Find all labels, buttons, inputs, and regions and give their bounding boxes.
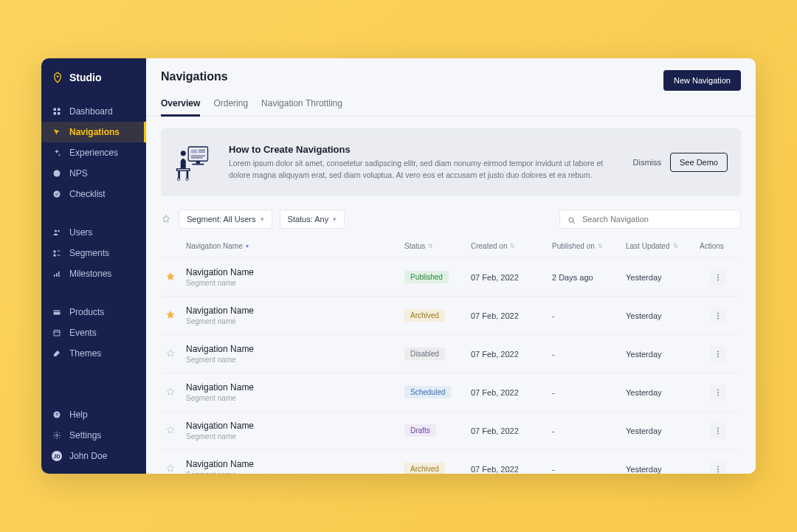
sidebar-item-label: John Doe	[69, 451, 107, 461]
segment-name: Segment name	[186, 471, 404, 474]
sidebar-item-segments[interactable]: Segments	[41, 243, 146, 263]
svg-rect-25	[191, 150, 198, 153]
navigation-name-cell[interactable]: Navigation NameSegment name	[186, 267, 404, 287]
table-row: Navigation NameSegment nameArchived07 Fe…	[161, 450, 741, 474]
see-demo-button[interactable]: See Demo	[670, 153, 728, 172]
svg-rect-31	[193, 164, 204, 165]
sidebar-item-label: NPS	[69, 168, 88, 179]
svg-point-32	[181, 151, 186, 156]
table-header-row: Navigation Name ▾ Status ⇅ Created on ⇅ …	[161, 235, 741, 258]
created-cell: 07 Feb, 2022	[471, 311, 552, 320]
kebab-icon	[714, 350, 722, 359]
actions-cell	[700, 269, 736, 286]
search-icon	[567, 215, 576, 224]
column-header-name[interactable]: Navigation Name ▾	[186, 242, 404, 250]
sidebar-item-label: Checklist	[69, 189, 106, 199]
row-actions-button[interactable]	[710, 384, 726, 401]
status-cell: Scheduled	[404, 386, 471, 398]
row-actions-button[interactable]	[710, 346, 726, 362]
sidebar-item-john-doe[interactable]: JDJohn Doe	[41, 446, 146, 466]
sort-icon: ⇅	[428, 243, 433, 249]
updated-cell: Yesterday	[626, 388, 700, 397]
segment-filter[interactable]: Segment: All Users ▾	[179, 210, 272, 229]
chevron-down-icon: ▾	[333, 215, 337, 223]
sidebar-item-label: Segments	[69, 248, 109, 258]
sidebar-item-nps[interactable]: NPS	[41, 163, 146, 184]
sidebar-item-products[interactable]: Products	[41, 302, 146, 322]
dismiss-link[interactable]: Dismiss	[633, 158, 662, 167]
toolbar: Segment: All Users ▾ Status: Any ▾	[146, 204, 756, 235]
star-icon	[165, 310, 176, 320]
status-badge: Archived	[404, 463, 445, 474]
sidebar-item-help[interactable]: ?Help	[41, 404, 146, 425]
sidebar-item-themes[interactable]: Themes	[41, 343, 146, 364]
status-filter[interactable]: Status: Any ▾	[280, 210, 345, 229]
kebab-icon	[714, 273, 722, 282]
row-actions-button[interactable]	[710, 423, 726, 439]
row-actions-button[interactable]	[710, 461, 726, 474]
navigation-name-cell[interactable]: Navigation NameSegment name	[186, 421, 404, 441]
published-cell: 2 Days ago	[552, 273, 626, 282]
svg-point-55	[717, 466, 719, 467]
navigation-name-cell[interactable]: Navigation NameSegment name	[186, 305, 404, 325]
sidebar-item-dashboard[interactable]: Dashboard	[41, 101, 146, 122]
svg-rect-35	[187, 170, 189, 179]
search-input[interactable]	[582, 215, 733, 224]
navigation-name: Navigation Name	[186, 344, 404, 354]
star-toggle[interactable]	[165, 272, 186, 283]
banner-illustration-icon	[174, 142, 215, 183]
svg-point-23	[56, 435, 58, 437]
help-icon: ?	[52, 410, 62, 420]
sidebar-group-config: ProductsEventsThemes	[41, 297, 146, 368]
sidebar-item-settings[interactable]: Settings	[41, 425, 146, 446]
sidebar-item-experiences[interactable]: Experiences	[41, 142, 146, 163]
row-actions-button[interactable]	[710, 308, 726, 324]
column-header-status[interactable]: Status ⇅	[404, 242, 471, 250]
favorites-filter-icon[interactable]	[161, 214, 171, 224]
navigation-name-cell[interactable]: Navigation NameSegment name	[186, 459, 404, 474]
sidebar-item-checklist[interactable]: Checklist	[41, 184, 146, 204]
svg-point-46	[717, 350, 719, 352]
star-toggle[interactable]	[165, 463, 186, 474]
column-header-updated[interactable]: Last Updated ⇅	[626, 242, 700, 250]
created-cell: 07 Feb, 2022	[471, 350, 552, 359]
svg-rect-16	[58, 272, 60, 277]
updated-cell: Yesterday	[626, 311, 700, 320]
svg-point-47	[717, 353, 719, 355]
brand: Studio	[41, 58, 146, 97]
navigation-name-cell[interactable]: Navigation NameSegment name	[186, 382, 404, 402]
search-box[interactable]	[559, 210, 741, 229]
row-actions-button[interactable]	[710, 269, 726, 286]
tab-ordering[interactable]: Ordering	[213, 98, 248, 116]
svg-rect-3	[54, 112, 57, 115]
sidebar-item-label: Experiences	[69, 148, 118, 158]
column-header-created[interactable]: Created on ⇅	[471, 242, 552, 250]
navigation-name-cell[interactable]: Navigation NameSegment name	[186, 344, 404, 364]
tab-overview[interactable]: Overview	[161, 98, 200, 116]
sidebar-item-users[interactable]: Users	[41, 222, 146, 243]
sidebar-item-milestones[interactable]: Milestones	[41, 263, 146, 284]
star-toggle[interactable]	[165, 387, 186, 398]
column-header-published[interactable]: Published on ⇅	[552, 242, 626, 250]
navigation-name: Navigation Name	[186, 382, 404, 393]
star-icon	[165, 425, 176, 435]
svg-point-5	[59, 154, 61, 156]
sort-icon: ⇅	[673, 243, 678, 249]
new-navigation-button[interactable]: New Navigation	[663, 70, 741, 91]
star-icon	[165, 463, 176, 474]
sort-icon: ⇅	[510, 243, 515, 249]
svg-point-38	[569, 218, 573, 222]
sidebar-item-events[interactable]: Events	[41, 322, 146, 343]
sidebar-group-people: UsersSegmentsMilestones	[41, 218, 146, 289]
sidebar-item-navigations[interactable]: Navigations	[41, 122, 146, 142]
navigation-name: Navigation Name	[186, 267, 404, 277]
star-toggle[interactable]	[165, 425, 186, 437]
tab-navigation-throttling[interactable]: Navigation Throttling	[261, 98, 342, 116]
brand-logo-icon	[52, 72, 63, 83]
star-toggle[interactable]	[165, 310, 186, 322]
published-cell: -	[552, 311, 626, 320]
created-cell: 07 Feb, 2022	[471, 426, 552, 435]
svg-rect-33	[177, 169, 190, 171]
navigation-name: Navigation Name	[186, 421, 404, 431]
star-toggle[interactable]	[165, 348, 186, 360]
